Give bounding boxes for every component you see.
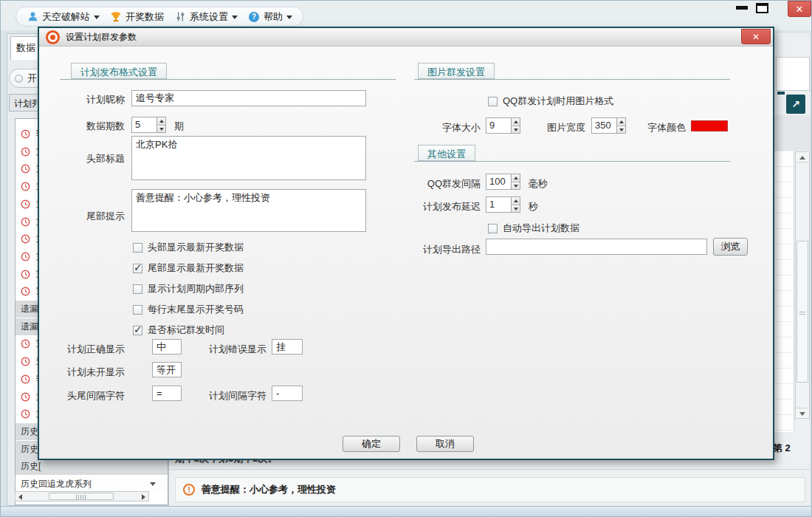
clock-icon <box>21 216 31 227</box>
checkbox-row[interactable]: 显示计划周期内部序列 <box>133 282 244 295</box>
nickname-input[interactable] <box>131 90 366 106</box>
checkbox-label: 尾部显示最新开奖数据 <box>148 261 244 275</box>
periods-unit: 期 <box>174 120 184 133</box>
checkbox[interactable] <box>133 243 142 253</box>
checkbox[interactable] <box>488 97 498 106</box>
periods-value[interactable]: 5 <box>131 117 156 133</box>
app-window: 天空破解站 开奖数据 系统设置 帮助 <box>0 0 812 517</box>
maximize-button[interactable] <box>756 3 768 13</box>
window-bottom-frame <box>1 506 811 516</box>
correct-display-label: 计划正确显示 <box>57 343 125 356</box>
checkbox-row[interactable]: 每行末尾显示开奖号码 <box>133 303 244 316</box>
correct-display-input[interactable] <box>152 339 182 355</box>
qq-interval-value[interactable]: 100 <box>486 174 511 190</box>
expand-icon[interactable] <box>786 95 805 114</box>
filter-pill-label: 开 <box>27 72 37 85</box>
vertical-scrollbar[interactable] <box>795 151 810 419</box>
section-header-image: 图片群发设置 <box>418 63 495 79</box>
scrollbar-thumb[interactable] <box>49 493 114 500</box>
sliders-icon <box>174 11 186 23</box>
image-width-spinner[interactable]: 350 <box>591 117 626 134</box>
checkbox-row[interactable]: QQ群发计划时用图片格式 <box>488 95 613 108</box>
clock-icon <box>21 146 31 157</box>
font-size-label: 字体大小 <box>419 121 481 134</box>
dialog-close-button[interactable] <box>741 29 771 44</box>
menu-label: 帮助 <box>264 10 283 24</box>
headtail-sep-input[interactable] <box>152 386 182 401</box>
warning-icon <box>183 484 195 496</box>
checkbox[interactable] <box>133 284 142 294</box>
font-size-spinner[interactable]: 9 <box>486 117 520 134</box>
horizontal-scrollbar[interactable] <box>15 491 149 501</box>
list-item[interactable]: 历史[ <box>16 458 168 475</box>
chevron-down-icon <box>94 16 100 19</box>
minimize-button[interactable] <box>736 6 748 10</box>
close-button[interactable] <box>788 1 811 17</box>
page-indicator: 第 2 <box>773 442 791 455</box>
clock-icon <box>21 374 31 384</box>
clock-icon <box>21 129 31 140</box>
spinner-down-button[interactable] <box>512 126 520 134</box>
periods-spinner[interactable]: 5 <box>131 117 166 133</box>
plan-sep-input[interactable] <box>272 386 303 401</box>
qq-interval-spinner[interactable]: 100 <box>486 174 520 190</box>
list-item-label: 历史[ <box>21 460 41 473</box>
menubar: 天空破解站 开奖数据 系统设置 帮助 <box>16 7 303 27</box>
periods-label: 数据期数 <box>67 120 125 133</box>
spinner-down-button[interactable] <box>512 205 520 213</box>
delay-value[interactable]: 1 <box>486 196 511 213</box>
browse-button[interactable]: 浏览 <box>713 238 748 256</box>
dialog-title: 设置计划群发参数 <box>66 31 137 44</box>
head-title-textarea[interactable]: 北京PK拾 <box>131 136 366 180</box>
spinner-down-button[interactable] <box>157 126 165 133</box>
error-display-label: 计划错误显示 <box>207 343 266 356</box>
checkbox[interactable] <box>133 305 142 315</box>
target-icon <box>50 35 55 40</box>
section-rule <box>60 79 396 80</box>
spinner-down-button[interactable] <box>512 182 520 190</box>
checkbox-row[interactable]: 自动导出计划数据 <box>488 222 579 235</box>
menu-help[interactable]: 帮助 <box>248 10 292 24</box>
ok-button[interactable]: 确定 <box>343 436 400 452</box>
checkbox[interactable] <box>133 264 142 273</box>
section-header-publish-format: 计划发布格式设置 <box>71 63 167 79</box>
menu-system-settings[interactable]: 系统设置 <box>174 10 238 24</box>
spinner-up-button[interactable] <box>157 117 165 126</box>
checkbox[interactable] <box>133 326 142 335</box>
spinner-up-button[interactable] <box>512 197 520 205</box>
image-width-value[interactable]: 350 <box>591 117 616 134</box>
list-item[interactable]: 历史回追龙虎系列 <box>16 476 168 493</box>
scroll-left-button[interactable] <box>18 494 22 500</box>
font-color-label: 字体颜色 <box>625 121 686 134</box>
clock-icon <box>21 234 31 244</box>
scrollbar-thumb[interactable] <box>796 241 808 383</box>
menu-site[interactable]: 天空破解站 <box>27 10 100 24</box>
head-title-label: 头部标题 <box>67 152 125 165</box>
menu-lottery-data[interactable]: 开奖数据 <box>110 10 164 24</box>
cancel-button[interactable]: 取消 <box>416 436 474 452</box>
nickname-label: 计划昵称 <box>67 93 125 106</box>
section-rule <box>414 161 730 162</box>
spinner-up-button[interactable] <box>512 174 520 182</box>
notice-text: 善意提醒：小心参考，理性投资 <box>202 483 336 496</box>
font-color-swatch[interactable] <box>691 120 728 131</box>
tab-data[interactable]: 数据 <box>10 36 40 60</box>
plan-sep-label: 计划间隔字符 <box>207 389 266 403</box>
checkbox-row[interactable]: 头部显示最新开奖数据 <box>133 241 244 254</box>
tail-tip-textarea[interactable]: 善意提醒：小心参考，理性投资 <box>131 189 366 232</box>
scroll-right-button[interactable] <box>142 494 145 500</box>
spinner-up-button[interactable] <box>512 118 520 126</box>
notice-bar: 善意提醒：小心参考，理性投资 <box>175 477 805 502</box>
section-header-other: 其他设置 <box>418 145 475 161</box>
delay-spinner[interactable]: 1 <box>486 196 520 213</box>
checkbox-row[interactable]: 尾部显示最新开奖数据 <box>133 261 244 275</box>
error-display-input[interactable] <box>272 339 303 355</box>
checkbox[interactable] <box>488 224 498 233</box>
checkbox-row[interactable]: 是否标记群发时间 <box>133 323 224 337</box>
export-path-input[interactable] <box>486 239 707 255</box>
scroll-down-button[interactable] <box>796 408 809 418</box>
pending-display-input[interactable] <box>152 362 182 377</box>
scroll-up-button[interactable] <box>796 152 809 162</box>
font-size-value[interactable]: 9 <box>486 117 511 134</box>
export-path-label: 计划导出路径 <box>419 243 481 256</box>
